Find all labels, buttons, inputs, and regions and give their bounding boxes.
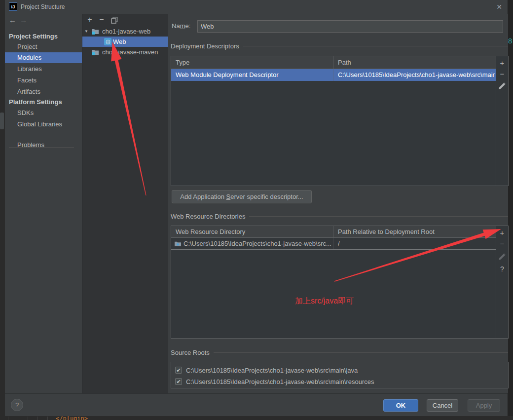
source-root-path: C:\Users\10185\IdeaProjects\cho1-javase-… bbox=[186, 378, 374, 385]
help-button[interactable]: ? bbox=[11, 399, 23, 411]
section-header-platform-settings: Platform Settings bbox=[5, 97, 82, 108]
modules-tree-panel: + − ▼ cho1-javase-web Web bbox=[82, 14, 168, 393]
cancel-button[interactable]: Cancel bbox=[427, 399, 458, 412]
web-resource-directories-header: Web Resource Directories bbox=[171, 213, 508, 220]
help-icon[interactable]: ? bbox=[498, 265, 506, 273]
forward-icon: → bbox=[20, 16, 27, 24]
annotation-text: 加上src/java即可 bbox=[295, 296, 354, 306]
table-header[interactable]: Web Resource Directory Path Relative to … bbox=[171, 226, 496, 238]
dialog-titlebar[interactable]: IJ Project Structure ✕ bbox=[5, 0, 508, 14]
intellij-logo-icon: IJ bbox=[9, 2, 17, 11]
web-resource-directories-table: Web Resource Directory Path Relative to … bbox=[171, 226, 509, 339]
sidebar-item-global-libraries[interactable]: Global Libraries bbox=[5, 119, 82, 130]
copy-module-icon[interactable] bbox=[110, 17, 119, 24]
indent-guide bbox=[18, 417, 18, 420]
add-app-server-descriptor-button[interactable]: Add Application Server specific descript… bbox=[172, 190, 312, 203]
settings-sidebar: ← → Project Settings Project Modules Lib… bbox=[5, 14, 82, 393]
back-icon[interactable]: ← bbox=[9, 16, 16, 24]
section-header-project-settings: Project Settings bbox=[5, 31, 82, 42]
dialog-footer: ? OK Cancel Apply bbox=[5, 393, 508, 416]
remove-module-icon[interactable]: − bbox=[97, 15, 106, 24]
background-ide-strip bbox=[508, 0, 513, 420]
sidebar-item-sdks[interactable]: SDKs bbox=[5, 108, 82, 118]
close-icon[interactable]: ✕ bbox=[494, 2, 505, 12]
chevron-down-icon[interactable]: ▼ bbox=[84, 26, 88, 37]
resource-folder-icon bbox=[174, 240, 182, 247]
sidebar-item-artifacts[interactable]: Artifacts bbox=[5, 86, 82, 97]
indent-guide bbox=[8, 417, 8, 420]
checkbox-checked[interactable]: ✔ bbox=[175, 378, 182, 385]
remove-resource-icon[interactable]: − bbox=[498, 240, 506, 248]
relative-path: / bbox=[338, 238, 495, 250]
sidebar-item-project[interactable]: Project bbox=[5, 41, 82, 52]
dialog-title: Project Structure bbox=[21, 3, 65, 10]
source-roots-header: Source Roots bbox=[171, 349, 508, 356]
remove-descriptor-icon[interactable]: − bbox=[498, 70, 506, 78]
descriptor-path: C:\Users\10185\IdeaProjects\cho1-javase-… bbox=[338, 69, 495, 81]
sidebar-item-modules[interactable]: Modules bbox=[5, 52, 82, 63]
edit-pencil-icon[interactable] bbox=[498, 82, 506, 90]
table-row[interactable]: C:\Users\10185\IdeaProjects\cho1-javase-… bbox=[171, 238, 496, 250]
apply-button[interactable]: Apply bbox=[468, 399, 500, 412]
indent-guide bbox=[47, 417, 48, 420]
resource-directory: C:\Users\10185\IdeaProjects\cho1-javase-… bbox=[183, 238, 331, 250]
list-item: ✔ C:\Users\10185\IdeaProjects\cho1-javas… bbox=[175, 378, 374, 385]
add-module-icon[interactable]: + bbox=[85, 15, 94, 24]
source-root-path: C:\Users\10185\IdeaProjects\cho1-javase-… bbox=[186, 367, 358, 374]
table-toolbar: + − ? bbox=[496, 226, 508, 338]
tree-item-module-root[interactable]: ▼ cho1-javase-web bbox=[82, 26, 169, 37]
tree-item-web-facet[interactable]: Web bbox=[82, 37, 169, 47]
tree-item-module-maven[interactable]: cho1-javase-maven bbox=[82, 47, 169, 57]
edit-pencil-icon[interactable] bbox=[498, 253, 506, 261]
tree-item-label: Web bbox=[113, 37, 126, 47]
source-roots-list: ✔ C:\Users\10185\IdeaProjects\cho1-javas… bbox=[171, 362, 509, 388]
deployment-descriptors-table: Type Path Web Module Deployment Descript… bbox=[171, 56, 509, 186]
module-settings-panel: Name: Deployment Descriptors Type Path W… bbox=[168, 14, 508, 393]
ok-button[interactable]: OK bbox=[383, 399, 418, 412]
column-directory: Web Resource Directory bbox=[176, 228, 245, 235]
indent-guide bbox=[37, 417, 38, 420]
module-folder-icon bbox=[91, 48, 99, 55]
tree-item-label: cho1-javase-maven bbox=[102, 47, 158, 57]
column-relative-path: Path Relative to Deployment Root bbox=[338, 228, 435, 235]
add-descriptor-icon[interactable]: + bbox=[498, 59, 506, 67]
checkbox-checked[interactable]: ✔ bbox=[175, 367, 182, 374]
name-field-label: Name: bbox=[172, 22, 190, 30]
background-toolwindow-tab bbox=[0, 113, 4, 129]
tree-item-label: cho1-javase-web bbox=[102, 26, 150, 37]
add-resource-icon[interactable]: + bbox=[498, 229, 506, 237]
table-row[interactable]: Web Module Deployment Descriptor C:\User… bbox=[171, 69, 496, 81]
project-structure-dialog: IJ Project Structure ✕ ← → Project Setti… bbox=[5, 0, 508, 416]
column-path: Path bbox=[338, 59, 351, 66]
table-header[interactable]: Type Path bbox=[171, 56, 496, 69]
web-facet-icon bbox=[104, 38, 111, 45]
module-name-input[interactable] bbox=[197, 20, 503, 33]
background-editor-glyph: 8 bbox=[508, 37, 512, 45]
sidebar-item-libraries[interactable]: Libraries bbox=[5, 64, 82, 75]
module-folder-icon bbox=[91, 28, 99, 35]
column-type: Type bbox=[176, 59, 189, 66]
sidebar-item-facets[interactable]: Facets bbox=[5, 75, 82, 86]
descriptor-type: Web Module Deployment Descriptor bbox=[176, 69, 331, 81]
deployment-descriptors-header: Deployment Descriptors bbox=[171, 42, 508, 50]
sidebar-item-problems[interactable]: Problems bbox=[5, 140, 82, 151]
indent-guide bbox=[28, 417, 28, 420]
table-toolbar: + − bbox=[496, 56, 508, 186]
list-item: ✔ C:\Users\10185\IdeaProjects\cho1-javas… bbox=[175, 366, 358, 374]
